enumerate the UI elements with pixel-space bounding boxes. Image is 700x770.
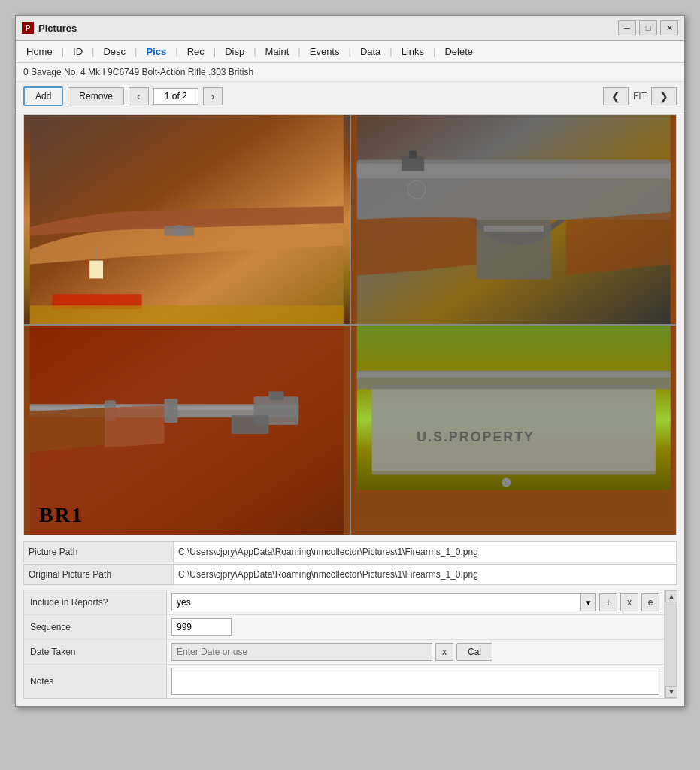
main-window: P Pictures ─ □ ✕ Home | ID | Desc | Pics…	[15, 15, 685, 707]
cal-button[interactable]: Cal	[456, 643, 492, 661]
picture-path-label: Picture Path	[23, 541, 174, 562]
svg-rect-3	[89, 261, 103, 279]
menu-item-data[interactable]: Data	[353, 42, 388, 61]
svg-rect-22	[164, 399, 177, 423]
form-section: Include in Reports? yes ▼ + x e Sequence	[23, 590, 665, 699]
menu-item-pics[interactable]: Pics	[138, 42, 174, 61]
scroll-up-arrow[interactable]: ▲	[665, 590, 677, 602]
image-label-br1: BR1	[39, 503, 83, 527]
date-taken-row: Date Taken x Cal	[24, 640, 664, 665]
original-picture-path-label: Original Picture Path	[23, 564, 174, 585]
menu-item-disp[interactable]: Disp	[217, 42, 252, 61]
app-icon: P	[22, 22, 34, 34]
menu-item-events[interactable]: Events	[302, 42, 347, 61]
minimize-button[interactable]: ─	[618, 20, 636, 35]
date-taken-input[interactable]	[171, 643, 432, 661]
original-picture-path-value: C:\Users\cjpry\AppData\Roaming\nmcollect…	[174, 564, 677, 585]
svg-rect-21	[232, 415, 269, 434]
fit-label: FIT	[633, 91, 647, 102]
nav-right-button[interactable]: ❯	[651, 87, 677, 105]
menu-item-home[interactable]: Home	[19, 42, 60, 61]
svg-rect-13	[402, 156, 424, 171]
image-quadrant-3[interactable]: BR1	[24, 326, 350, 535]
maximize-button[interactable]: □	[639, 20, 657, 35]
sequence-label: Sequence	[24, 615, 167, 639]
image-quadrant-1[interactable]	[24, 115, 350, 324]
scroll-down-arrow[interactable]: ▼	[665, 686, 677, 698]
svg-rect-14	[409, 151, 417, 159]
title-bar: P Pictures ─ □ ✕	[16, 16, 684, 41]
nav-left-button[interactable]: ❮	[603, 87, 629, 105]
close-button[interactable]: ✕	[660, 20, 678, 35]
include-reports-value[interactable]: yes	[171, 593, 581, 611]
notes-textarea[interactable]	[171, 668, 659, 695]
image-display: BR1	[23, 114, 677, 535]
record-subtitle: 0 Savage No. 4 Mk I 9C6749 Bolt-Action R…	[16, 63, 684, 82]
notes-control	[167, 665, 664, 698]
menu-item-delete[interactable]: Delete	[437, 42, 480, 61]
window-controls: ─ □ ✕	[618, 20, 678, 35]
window-title: Pictures	[38, 23, 618, 34]
picture-path-row: Picture Path C:\Users\cjpry\AppData\Roam…	[23, 541, 677, 562]
include-reports-label: Include in Reports?	[24, 590, 167, 614]
svg-rect-29	[356, 372, 670, 378]
menu-bar: Home | ID | Desc | Pics | Rec | Disp | M…	[16, 41, 684, 63]
next-page-button[interactable]: ›	[203, 87, 223, 105]
menu-item-maint[interactable]: Maint	[258, 42, 297, 61]
remove-button[interactable]: Remove	[68, 87, 124, 105]
include-reports-select-wrapper[interactable]: yes ▼	[171, 593, 596, 611]
pictures-toolbar: Add Remove ‹ 1 of 2 › ❮ FIT ❯	[16, 82, 684, 111]
svg-rect-20	[268, 391, 283, 400]
svg-rect-6	[30, 305, 344, 324]
sequence-row: Sequence	[24, 615, 664, 640]
svg-rect-2	[164, 226, 194, 236]
scroll-track	[665, 602, 676, 686]
date-taken-clear-btn[interactable]: x	[435, 643, 453, 661]
notes-row: Notes	[24, 665, 664, 698]
notes-label: Notes	[24, 665, 167, 698]
date-taken-label: Date Taken	[24, 640, 167, 664]
add-button[interactable]: Add	[23, 86, 63, 106]
include-reports-edit-btn[interactable]: e	[641, 593, 659, 611]
svg-rect-11	[483, 226, 543, 232]
page-indicator: 1 of 2	[153, 88, 198, 105]
menu-item-rec[interactable]: Rec	[180, 42, 212, 61]
menu-item-desc[interactable]: Desc	[95, 42, 133, 61]
include-reports-clear-btn[interactable]: x	[620, 593, 638, 611]
sequence-input[interactable]	[171, 618, 232, 636]
image-quadrant-2[interactable]	[351, 115, 677, 324]
include-reports-dropdown-arrow[interactable]: ▼	[581, 593, 596, 611]
record-description: 0 Savage No. 4 Mk I 9C6749 Bolt-Action R…	[23, 67, 253, 77]
picture-path-value: C:\Users\cjpry\AppData\Roaming\nmcollect…	[174, 541, 677, 562]
fields-section: Picture Path C:\Users\cjpry\AppData\Roam…	[16, 538, 684, 590]
include-reports-row: Include in Reports? yes ▼ + x e	[24, 590, 664, 615]
svg-rect-30	[356, 490, 670, 535]
original-picture-path-row: Original Picture Path C:\Users\cjpry\App…	[23, 564, 677, 585]
include-reports-control: yes ▼ + x e	[167, 590, 664, 614]
form-wrapper: Include in Reports? yes ▼ + x e Sequence	[23, 590, 677, 699]
include-reports-add-btn[interactable]: +	[599, 593, 617, 611]
menu-item-id[interactable]: ID	[65, 42, 90, 61]
date-taken-control: x Cal	[167, 640, 664, 664]
sequence-control	[167, 615, 664, 639]
prev-page-button[interactable]: ‹	[129, 87, 149, 105]
right-scrollbar: ▲ ▼	[665, 590, 677, 699]
svg-text:U.S.PROPERTY: U.S.PROPERTY	[417, 429, 535, 444]
menu-item-links[interactable]: Links	[394, 42, 432, 61]
image-quadrant-4[interactable]: U.S.PROPERTY	[351, 326, 677, 535]
